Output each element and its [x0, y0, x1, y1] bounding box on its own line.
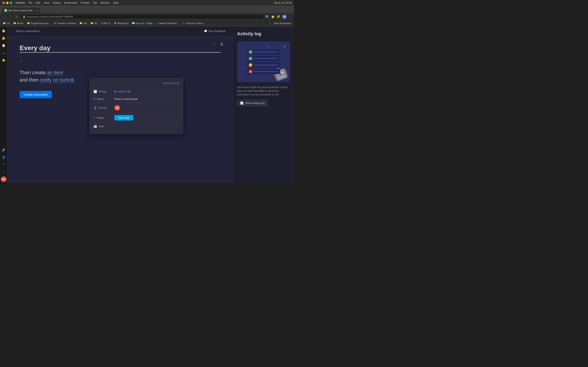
person-label: 👤 Person: [94, 106, 112, 109]
update-automation-button[interactable]: Update automation: [20, 91, 52, 98]
back-to-automations-label: Back to automations: [16, 30, 40, 33]
checklist-item-1: ✓: [247, 49, 280, 55]
tab-close-icon[interactable]: ✕: [36, 9, 38, 12]
menu-edit[interactable]: Edit: [36, 1, 40, 4]
bookmark-f1-label: Formula 1 Streams: [57, 22, 76, 25]
back-nav-icon[interactable]: ←: [2, 14, 7, 19]
bookmark-uni-label: Uni: [7, 22, 10, 25]
automation-area: ＋ 🗑 Every day ↓ Then create an item and …: [7, 36, 233, 184]
bookmark-dd[interactable]: 📁 DD: [89, 21, 99, 25]
notify-person-link[interactable]: ori buhnik: [53, 77, 74, 83]
left-sidebar: 🏠 🔔 📋 ☁ ⭐ 🔗 👤 © ? OB: [0, 26, 7, 184]
close-button[interactable]: [2, 2, 5, 4]
bookmark-uni[interactable]: 📁 Uni: [2, 21, 11, 25]
menu-window[interactable]: Window: [100, 1, 110, 4]
status-value[interactable]: New task: [114, 115, 179, 120]
nav-bar: ← → ↻ 🔒 moveogroup.monday.com/boards/477…: [0, 13, 294, 20]
sidebar-person-icon[interactable]: 👤: [1, 154, 7, 160]
bookmark-moveo-software[interactable]: ■ Moveo Software L...: [156, 22, 181, 25]
user-avatar-sidebar[interactable]: OB: [1, 176, 7, 182]
address-bar[interactable]: 🔒 moveogroup.monday.com/boards/477508035…: [20, 14, 264, 19]
form-row-status: ≡ Status New task: [94, 113, 179, 123]
search-icon[interactable]: 🔍: [266, 15, 269, 18]
sidebar-home-icon[interactable]: 🏠: [1, 28, 7, 34]
menu-view[interactable]: View: [44, 1, 49, 4]
bookmark-inbox[interactable]: 📧 Inbox (5) - orib@...: [131, 21, 156, 25]
active-tab[interactable]: M (My Goku's snack break ... ✕: [2, 7, 41, 13]
group-label-text: Group: [99, 90, 106, 93]
bookmark-dev[interactable]: 📁 Dev: [78, 21, 88, 25]
bookmark-folder-icon: 📁: [13, 22, 16, 25]
bookmarks-bar: 📁 Uni 📁 Moveo 📁 Programming che... 🔖 For…: [0, 20, 294, 26]
sidebar-notifications-icon[interactable]: 🔔: [1, 35, 7, 41]
sidebar-copyright-icon[interactable]: ©: [1, 162, 7, 167]
sidebar-cloud-icon[interactable]: ☁: [1, 50, 7, 56]
menu-bookmarks[interactable]: Bookmarks: [64, 1, 77, 4]
menu-profiles[interactable]: Profiles: [81, 1, 89, 4]
status-label-text: Status: [97, 116, 104, 119]
group-value[interactable]: Group Title: [114, 90, 179, 93]
bookmark-f1[interactable]: 🔖 Formula 1 Streams: [52, 21, 78, 25]
extensions-icon[interactable]: 🧩: [277, 15, 280, 18]
bookmark-programming[interactable]: 📁 Programming che...: [26, 21, 52, 25]
show-activity-log-button[interactable]: 📈 Show activity log: [237, 100, 268, 106]
bookmark-icon[interactable]: ⭐: [271, 15, 275, 18]
group-title-text: Group Title: [118, 90, 131, 93]
checklist-item-2: ✓: [247, 56, 280, 61]
trigger-label[interactable]: Every day: [20, 44, 221, 53]
clear-all-values-button[interactable]: Clear all values: [94, 82, 179, 85]
reload-icon[interactable]: ↻: [15, 14, 19, 19]
sidebar-help-icon[interactable]: ?: [1, 169, 7, 175]
person-field-icon: 👤: [94, 106, 97, 109]
dot-icon-2: ●: [268, 45, 269, 48]
form-row-person: 👤 Person OB: [94, 103, 179, 113]
bookmark-dalle-label: DALL-E: [103, 22, 111, 25]
bookmark-inbox-icon: 📧: [132, 22, 135, 25]
group-color-dot: [114, 91, 116, 92]
forward-nav-icon[interactable]: →: [9, 14, 13, 19]
profile-avatar[interactable]: 36: [282, 15, 287, 19]
bookmarks-more-icon[interactable]: »: [269, 22, 271, 25]
bookmark-discord-label: • Discord | #rules |...: [185, 22, 205, 25]
bookmark-folder-dd-icon: 📁: [90, 22, 93, 25]
bookmark-discord-icon: ●: [183, 22, 184, 25]
bookmark-moveo-sw-icon: ■: [157, 22, 159, 25]
check-red-4: ✕: [249, 70, 252, 73]
back-to-automations-button[interactable]: ← Back to automations: [12, 30, 40, 33]
bookmark-dalle[interactable]: ● DALL-E: [99, 22, 112, 25]
minimize-button[interactable]: [6, 2, 9, 4]
menu-dots-icon[interactable]: ⋮: [289, 15, 292, 18]
menu-file[interactable]: File: [28, 1, 33, 4]
name-label-text: Name: [97, 98, 104, 100]
menu-tab[interactable]: Tab: [93, 1, 97, 4]
name-value[interactable]: Goku's snack break: [114, 98, 179, 100]
create-item-link[interactable]: an item: [47, 70, 63, 75]
check-line-2: [253, 58, 278, 59]
name-value-text: Goku's snack break: [114, 98, 138, 100]
bookmark-other[interactable]: Other Bookmarks: [272, 22, 292, 25]
add-trigger-icon[interactable]: ＋: [212, 41, 217, 48]
delete-automation-icon[interactable]: 🗑: [219, 42, 225, 47]
menu-bar: Chrome File Edit View History Bookmarks …: [16, 1, 118, 4]
menu-history[interactable]: History: [53, 1, 61, 4]
sidebar-favorites-icon[interactable]: ⭐: [1, 57, 7, 63]
notify-link[interactable]: notify: [40, 77, 52, 83]
form-row-date: 📅 Date: [94, 123, 179, 130]
menu-chrome[interactable]: Chrome: [16, 1, 25, 4]
browser-chrome: M (My Goku's snack break ... ✕ ← → ↻ 🔒 m…: [0, 6, 294, 26]
sidebar-link-icon[interactable]: 🔗: [1, 147, 7, 153]
bookmark-midjourney[interactable]: 💠 Midjourney: [113, 21, 130, 25]
bookmark-icon-f1: 🔖: [53, 22, 56, 25]
bookmark-moveo[interactable]: 📁 Moveo: [12, 21, 25, 25]
desc-prefix: Then create: [20, 70, 46, 75]
top-bar: ← Back to automations 💬 Give feedback: [7, 26, 233, 36]
give-feedback-button[interactable]: 💬 Give feedback: [201, 28, 228, 34]
maximize-button[interactable]: [10, 2, 12, 4]
sidebar-bottom: 🔗 👤 © ? OB: [1, 147, 7, 182]
bookmark-discord[interactable]: ● • Discord | #rules |...: [182, 22, 207, 25]
person-value[interactable]: OB: [114, 105, 179, 111]
bookmark-folder-icon: 📁: [27, 22, 30, 25]
menu-help[interactable]: Help: [113, 1, 119, 4]
bookmark-other-label: Other Bookmarks: [274, 22, 291, 25]
sidebar-boards-icon[interactable]: 📋: [1, 43, 7, 48]
